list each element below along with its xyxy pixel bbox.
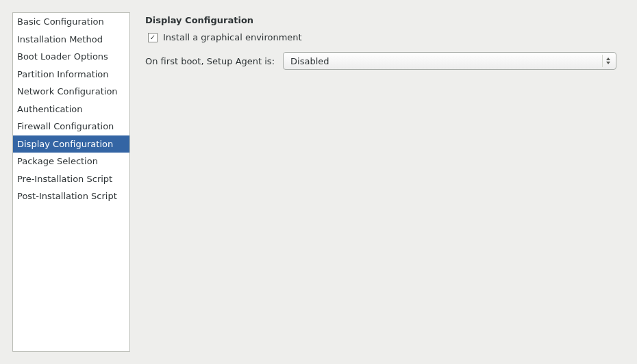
sidebar-item-firewall-configuration[interactable]: Firewall Configuration: [13, 118, 129, 135]
setup-agent-row: On first boot, Setup Agent is: Disabled: [145, 52, 616, 70]
sidebar-item-post-installation-script[interactable]: Post-Installation Script: [13, 187, 129, 205]
setup-agent-label: On first boot, Setup Agent is:: [145, 56, 275, 66]
sidebar-item-network-configuration[interactable]: Network Configuration: [13, 83, 129, 101]
sidebar-item-authentication[interactable]: Authentication: [13, 101, 129, 118]
main-panel: Display Configuration Install a graphica…: [130, 0, 637, 364]
sidebar-item-partition-information[interactable]: Partition Information: [13, 66, 129, 83]
page-title: Display Configuration: [145, 15, 616, 25]
install-graphical-row: Install a graphical environment: [145, 32, 616, 42]
install-graphical-label[interactable]: Install a graphical environment: [163, 32, 302, 42]
sidebar-item-installation-method[interactable]: Installation Method: [13, 31, 129, 49]
sidebar-item-display-configuration[interactable]: Display Configuration: [13, 135, 129, 153]
sidebar-item-package-selection[interactable]: Package Selection: [13, 153, 129, 170]
sidebar-item-pre-installation-script[interactable]: Pre-Installation Script: [13, 170, 129, 188]
chevron-down-icon: [606, 62, 610, 64]
setup-agent-value: Disabled: [290, 56, 602, 66]
updown-icon: [602, 55, 613, 67]
chevron-up-icon: [606, 57, 610, 60]
sidebar-item-boot-loader-options[interactable]: Boot Loader Options: [13, 48, 129, 66]
setup-agent-dropdown[interactable]: Disabled: [283, 52, 616, 70]
install-graphical-checkbox[interactable]: [148, 33, 158, 42]
sidebar: Basic Configuration Installation Method …: [12, 12, 130, 352]
sidebar-item-basic-configuration[interactable]: Basic Configuration: [13, 13, 129, 31]
